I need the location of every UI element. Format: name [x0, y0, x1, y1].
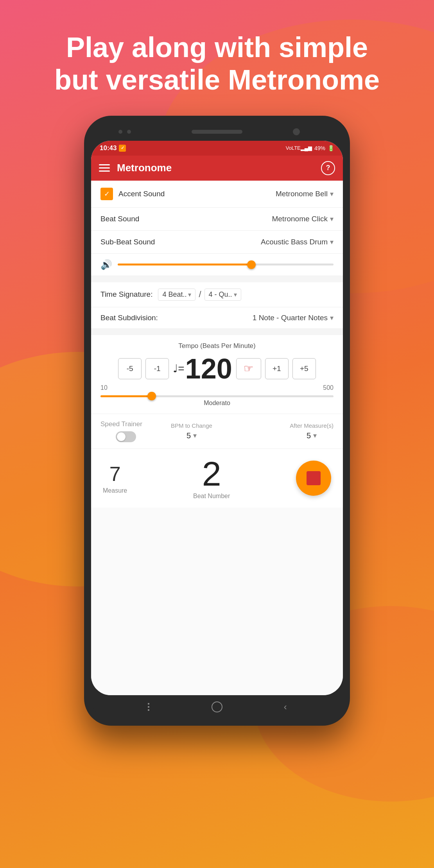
- time-sig-beats-value: 4 Beat..: [162, 291, 187, 299]
- beat-sound-value[interactable]: Metronome Click ▾: [179, 215, 334, 223]
- accent-sound-checkbox-label[interactable]: ✓ Accent Sound: [100, 188, 217, 200]
- beat-sound-dropdown-value: Metronome Click: [272, 215, 328, 223]
- app-bar: Metronome ?: [91, 156, 343, 181]
- stop-button[interactable]: [296, 461, 331, 496]
- tempo-label: Tempo (Beats Per Minute): [100, 342, 334, 350]
- tempo-name: Moderato: [100, 400, 334, 407]
- bpm-slider[interactable]: [100, 395, 334, 397]
- measure-display: 7 Measure: [103, 462, 127, 494]
- status-right: VoLTE▂▄▆ 49% 🔋: [286, 145, 334, 151]
- bpm-slider-thumb[interactable]: [147, 392, 156, 400]
- bpm-change-col: BPM to Change 5 ▾: [171, 422, 212, 440]
- time-signature-row: Time Signature: 4 Beat.. ▾ / 4 - Qu.. ▾: [91, 282, 343, 307]
- measure-label: Measure: [103, 487, 127, 494]
- beat-sound-label: Beat Sound: [100, 215, 179, 223]
- speed-trainer-row: Speed Trainer BPM to Change 5 ▾ After Me…: [91, 414, 343, 448]
- phone-top-bar: [91, 123, 343, 141]
- time-sig-note-arrow: ▾: [234, 291, 237, 298]
- beat-sub-label: Beat Subdivision:: [100, 314, 179, 322]
- after-measures-arrow: ▾: [313, 431, 317, 440]
- beat-label: Beat Number: [193, 493, 230, 500]
- tempo-controls: -5 -1 ♩= 120 ☞ +1 +5: [100, 355, 334, 383]
- nav-recent-button[interactable]: [142, 701, 155, 713]
- bottom-counter: 7 Measure 2 Beat Number: [91, 448, 343, 508]
- sub-beat-sound-row: Sub-Beat Sound Acoustic Bass Drum ▾: [91, 231, 343, 254]
- status-time: 10:43 ✓: [100, 144, 126, 152]
- sub-beat-sound-label: Sub-Beat Sound: [100, 238, 179, 246]
- beat-display: 2 Beat Number: [193, 457, 230, 500]
- tempo-bpm-value: 120: [185, 355, 232, 383]
- tap-tempo-button[interactable]: ☞: [236, 358, 261, 379]
- tempo-minus1-button[interactable]: -1: [145, 358, 169, 379]
- beat-sound-dropdown-arrow: ▾: [330, 215, 334, 223]
- hamburger-menu[interactable]: [99, 164, 110, 172]
- speed-trainer-label: Speed Trainer: [100, 420, 151, 428]
- status-bar: 10:43 ✓ VoLTE▂▄▆ 49% 🔋: [91, 141, 343, 156]
- tempo-section: Tempo (Beats Per Minute) -5 -1 ♩= 120 ☞ …: [91, 335, 343, 414]
- beat-sub-dropdown-arrow: ▾: [330, 314, 334, 322]
- sub-beat-dropdown-value: Acoustic Bass Drum: [261, 238, 328, 246]
- tempo-display: ♩= 120: [173, 355, 232, 383]
- after-measures-label: After Measure(s): [290, 422, 334, 429]
- headline: Play along with simple but versatile Met…: [31, 0, 403, 116]
- sub-beat-dropdown-arrow: ▾: [330, 238, 334, 246]
- bpm-change-value: 5: [187, 431, 191, 440]
- speed-trainer-col: Speed Trainer: [100, 420, 151, 442]
- time-sig-note-dropdown[interactable]: 4 - Qu.. ▾: [204, 289, 241, 301]
- volume-row: 🔊: [91, 254, 343, 276]
- tempo-plus5-button[interactable]: +5: [292, 358, 316, 379]
- app-bar-left: Metronome: [99, 162, 172, 174]
- bpm-change-arrow: ▾: [193, 431, 197, 440]
- bpm-change-label: BPM to Change: [171, 422, 212, 429]
- battery-icon: 🔋: [328, 145, 334, 151]
- nav-back-button[interactable]: ‹: [279, 701, 292, 713]
- volume-slider-fill: [118, 264, 251, 265]
- phone-screen: 10:43 ✓ VoLTE▂▄▆ 49% 🔋 Metronome ?: [91, 141, 343, 695]
- time-sig-separator: /: [199, 289, 201, 299]
- tempo-minus5-button[interactable]: -5: [118, 358, 142, 379]
- time-sig-note-value: 4 - Qu..: [209, 291, 232, 299]
- time-sig-beats-arrow: ▾: [188, 291, 191, 298]
- stop-icon: [307, 471, 321, 485]
- time-sig-beats-dropdown[interactable]: 4 Beat.. ▾: [158, 289, 195, 301]
- accent-sound-value[interactable]: Metronome Bell ▾: [217, 190, 334, 198]
- after-measures-value: 5: [307, 431, 311, 440]
- bpm-slider-fill: [100, 395, 152, 397]
- measure-number: 7: [109, 462, 121, 486]
- nav-home-button[interactable]: [211, 701, 223, 713]
- app-title: Metronome: [117, 162, 172, 174]
- sub-beat-sound-value[interactable]: Acoustic Bass Drum ▾: [179, 238, 334, 246]
- tap-icon: ☞: [244, 362, 253, 375]
- beat-sub-dropdown-value: 1 Note - Quarter Notes: [253, 314, 328, 322]
- after-measures-value-row[interactable]: 5 ▾: [307, 431, 317, 440]
- beat-sub-value[interactable]: 1 Note - Quarter Notes ▾: [179, 314, 334, 322]
- accent-checkbox[interactable]: ✓: [100, 188, 113, 200]
- after-measure-col: After Measure(s) 5 ▾: [290, 422, 334, 440]
- phone-nav-bar: ‹: [91, 695, 343, 719]
- help-button[interactable]: ?: [321, 161, 335, 175]
- volume-slider-thumb[interactable]: [247, 260, 256, 269]
- volume-slider[interactable]: [118, 264, 334, 265]
- accent-sound-row: ✓ Accent Sound Metronome Bell ▾: [91, 181, 343, 208]
- phone-dots: [118, 130, 131, 134]
- nav-home-icon: [212, 701, 222, 712]
- accent-sound-dropdown-arrow: ▾: [330, 190, 334, 198]
- nav-recent-icon: [148, 703, 149, 711]
- beat-number: 2: [202, 457, 221, 491]
- section-gap-1: [91, 276, 343, 282]
- tempo-max-value: 500: [323, 384, 334, 391]
- nav-back-icon: ‹: [284, 701, 287, 712]
- toggle-knob: [117, 432, 126, 441]
- beat-sound-row: Beat Sound Metronome Click ▾: [91, 208, 343, 231]
- phone-shell: 10:43 ✓ VoLTE▂▄▆ 49% 🔋 Metronome ?: [84, 116, 350, 726]
- time-sig-label: Time Signature:: [100, 290, 152, 299]
- tempo-plus1-button[interactable]: +1: [265, 358, 289, 379]
- speed-trainer-toggle[interactable]: [116, 431, 136, 442]
- beat-subdivision-row: Beat Subdivision: 1 Note - Quarter Notes…: [91, 307, 343, 329]
- bpm-change-value-row[interactable]: 5 ▾: [187, 431, 197, 440]
- tempo-min-value: 10: [100, 384, 108, 391]
- phone-camera: [293, 128, 300, 135]
- section-gap-2: [91, 329, 343, 335]
- app-content: ✓ Accent Sound Metronome Bell ▾ Beat Sou…: [91, 181, 343, 695]
- tempo-note-symbol: ♩=: [173, 362, 184, 375]
